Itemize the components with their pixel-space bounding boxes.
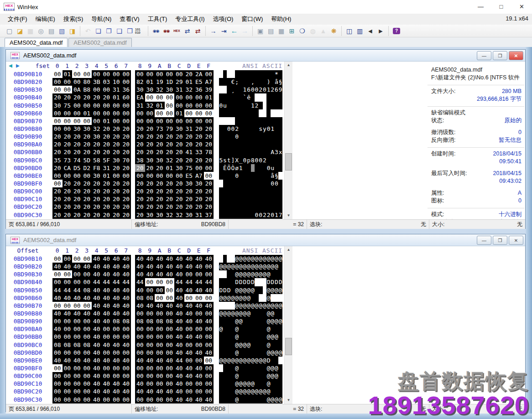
menu-item-4[interactable]: 查看(V) xyxy=(115,14,143,24)
ascii-char[interactable] xyxy=(255,203,259,211)
ascii-char[interactable] xyxy=(259,187,263,195)
hex-byte[interactable]: 20 xyxy=(184,70,194,78)
ascii-char[interactable]: 0 xyxy=(219,102,223,109)
ascii-char[interactable] xyxy=(259,278,263,286)
hex-byte[interactable]: 20 xyxy=(194,133,204,140)
hex-byte[interactable]: 00 xyxy=(102,86,112,93)
hex-byte[interactable]: 20 xyxy=(92,148,102,156)
ascii-char[interactable]: @ xyxy=(251,263,255,270)
ascii-char[interactable] xyxy=(219,372,223,380)
hex-byte[interactable]: 40 xyxy=(63,357,73,364)
hex-byte[interactable]: 40 xyxy=(63,263,73,270)
replace-text-button[interactable]: ⇄ xyxy=(182,26,193,36)
ascii-char[interactable]: @ xyxy=(263,302,267,310)
ascii-char[interactable] xyxy=(263,349,267,357)
ascii-char[interactable] xyxy=(278,125,282,133)
ascii-char[interactable]: @ xyxy=(239,286,243,294)
hex-byte[interactable]: EA xyxy=(135,93,145,101)
hex-byte[interactable]: 40 xyxy=(72,357,82,364)
hex-byte[interactable]: 01 xyxy=(102,117,112,125)
ascii-char[interactable]: @ xyxy=(239,388,243,395)
ascii-char[interactable]: @ xyxy=(227,294,231,302)
hex-byte[interactable]: 00 xyxy=(72,325,82,333)
create-backup-button[interactable]: ◎ xyxy=(36,26,46,36)
ascii-char[interactable] xyxy=(231,302,235,310)
ascii-char[interactable]: @ xyxy=(243,263,247,270)
ascii-char[interactable] xyxy=(255,180,259,187)
ascii-char[interactable]: @ xyxy=(235,372,239,380)
ascii-char[interactable] xyxy=(235,195,239,203)
hex-byte[interactable]: 00 xyxy=(111,172,121,180)
hex-byte[interactable]: 00 xyxy=(102,349,112,357)
ascii-char[interactable] xyxy=(278,325,282,333)
ascii-char[interactable]: @ xyxy=(255,302,259,310)
ascii-char[interactable] xyxy=(278,102,282,109)
hex-byte[interactable]: 20 xyxy=(63,195,73,203)
ascii-char[interactable] xyxy=(231,255,235,263)
hex-byte[interactable]: 40 xyxy=(92,388,102,395)
ascii-char[interactable]: 0 xyxy=(271,211,275,219)
hex-byte[interactable]: 40 xyxy=(135,380,145,388)
hex-byte[interactable]: 00 xyxy=(63,278,73,286)
ascii-char[interactable] xyxy=(271,195,275,203)
hex-byte[interactable]: 00 xyxy=(63,317,73,325)
hex-byte[interactable]: 20 xyxy=(174,187,184,195)
ascii-char[interactable] xyxy=(251,325,255,333)
ascii-char[interactable] xyxy=(259,93,263,101)
hex-byte[interactable]: 00 xyxy=(111,333,121,341)
hex-byte[interactable]: 00 xyxy=(72,333,82,341)
ascii-char[interactable]: @ xyxy=(271,349,275,357)
hex-byte[interactable]: 00 xyxy=(204,102,214,109)
ascii-char[interactable] xyxy=(223,187,227,195)
hex-byte[interactable]: 00 xyxy=(63,270,73,278)
ascii-char[interactable]: @ xyxy=(251,255,255,263)
hex-byte[interactable]: 20 xyxy=(194,125,204,133)
ascii-char[interactable] xyxy=(227,349,231,357)
hex-byte[interactable]: 30 xyxy=(135,86,145,93)
ascii-char[interactable]: @ xyxy=(259,302,263,310)
hex-byte[interactable]: 00 xyxy=(72,78,82,86)
ascii-char[interactable]: D xyxy=(278,278,282,286)
ascii-char[interactable] xyxy=(266,93,271,101)
hex-byte[interactable]: 20 xyxy=(204,156,214,164)
hex-byte[interactable]: 19 xyxy=(155,78,165,86)
ascii-char[interactable]: @ xyxy=(227,357,231,364)
ascii-char[interactable] xyxy=(247,203,251,211)
ascii-char[interactable] xyxy=(251,117,255,125)
hex-byte[interactable]: 40 xyxy=(135,255,145,263)
ascii-char[interactable] xyxy=(219,70,223,78)
ascii-char[interactable]: @ xyxy=(243,270,247,278)
hex-byte[interactable]: 00 xyxy=(135,117,145,125)
ascii-char[interactable]: å xyxy=(271,172,275,180)
hex-byte[interactable]: 40 xyxy=(63,294,73,302)
copy-block-button[interactable]: ❒ xyxy=(125,26,135,36)
hex-byte[interactable]: 00 xyxy=(194,294,204,302)
hex-byte[interactable]: 00 xyxy=(63,349,73,357)
hex-byte[interactable]: 40 xyxy=(174,310,184,317)
ascii-char[interactable] xyxy=(231,148,235,156)
hex-byte[interactable]: 00 xyxy=(165,70,175,78)
ascii-char[interactable]: @ xyxy=(223,263,227,270)
ascii-char[interactable] xyxy=(278,70,282,78)
ascii-char[interactable] xyxy=(239,117,243,125)
ascii-char[interactable] xyxy=(255,164,259,172)
ascii-char[interactable]: 0 xyxy=(255,86,259,93)
ascii-char[interactable] xyxy=(235,148,239,156)
ascii-char[interactable]: @ xyxy=(239,380,243,388)
hex-byte[interactable]: 00 xyxy=(145,372,155,380)
hex-byte[interactable]: 20 xyxy=(145,187,155,195)
hex-byte[interactable]: 32 xyxy=(184,86,194,93)
hex-byte[interactable]: 00 xyxy=(194,109,204,117)
ascii-char[interactable] xyxy=(243,372,247,380)
child-restore-button[interactable]: ❐ xyxy=(493,51,507,60)
ascii-char[interactable] xyxy=(227,117,231,125)
hex-byte[interactable]: 20 xyxy=(63,93,73,101)
hex-byte[interactable]: 40 xyxy=(121,380,131,388)
ascii-char[interactable] xyxy=(247,317,251,325)
hex-byte[interactable]: E5 xyxy=(194,78,204,86)
ascii-char[interactable] xyxy=(278,203,282,211)
hex-byte[interactable]: 20 xyxy=(111,125,121,133)
hex-byte[interactable]: 01 xyxy=(63,70,73,78)
hex-byte[interactable]: 20 xyxy=(82,195,92,203)
hex-byte[interactable]: 20 xyxy=(92,187,102,195)
